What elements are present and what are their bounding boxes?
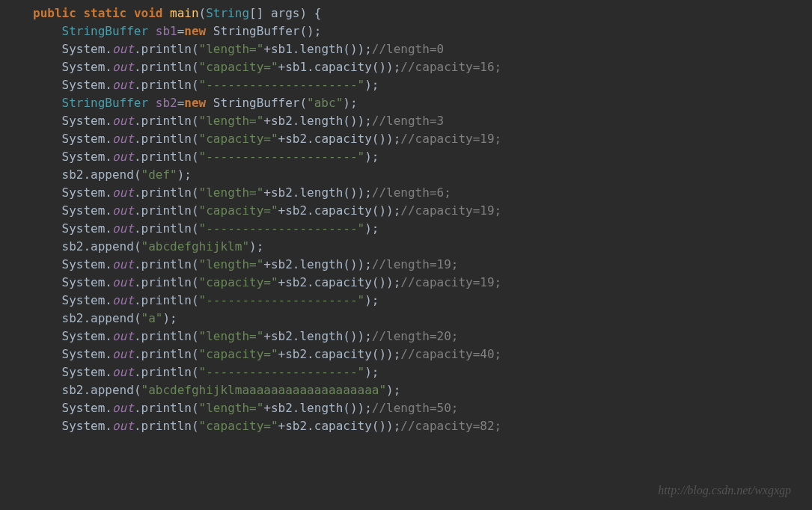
code-line: System.out.println("--------------------… xyxy=(33,78,379,92)
watermark: http://blog.csdn.net/wxgxgp xyxy=(658,482,791,500)
code-line: System.out.println("--------------------… xyxy=(33,365,379,379)
code-line: System.out.println("capacity="+sb2.capac… xyxy=(33,203,501,218)
code-line: public static void main(String[] args) { xyxy=(33,6,321,20)
code-line: System.out.println("length="+sb2.length(… xyxy=(33,329,458,343)
code-line: System.out.println("length="+sb2.length(… xyxy=(33,257,458,271)
code-line: System.out.println("--------------------… xyxy=(33,293,379,307)
code-line: System.out.println("capacity="+sb2.capac… xyxy=(33,275,501,289)
code-line: sb2.append("def"); xyxy=(33,168,192,182)
code-line: sb2.append("abcdefghijklm"); xyxy=(33,239,263,254)
code-line: System.out.println("length="+sb2.length(… xyxy=(33,114,444,128)
code-line: sb2.append("abcdefghijklmaaaaaaaaaaaaaaa… xyxy=(33,383,400,397)
code-line: StringBuffer sb2=new StringBuffer("abc")… xyxy=(33,96,358,110)
code-block: public static void main(String[] args) {… xyxy=(0,0,812,435)
code-line: StringBuffer sb1=new StringBuffer(); xyxy=(33,24,321,38)
code-line: System.out.println("--------------------… xyxy=(33,221,379,236)
code-line: System.out.println("--------------------… xyxy=(33,150,379,164)
code-line: System.out.println("capacity="+sb2.capac… xyxy=(33,132,501,146)
code-line: System.out.println("length="+sb2.length(… xyxy=(33,185,451,200)
code-line: sb2.append("a"); xyxy=(33,311,177,325)
code-line: System.out.println("length="+sb2.length(… xyxy=(33,401,458,415)
code-line: System.out.println("capacity="+sb2.capac… xyxy=(33,419,501,433)
code-line: System.out.println("capacity="+sb2.capac… xyxy=(33,347,501,361)
code-line: System.out.println("capacity="+sb1.capac… xyxy=(33,60,501,74)
code-line: System.out.println("length="+sb1.length(… xyxy=(33,42,444,56)
